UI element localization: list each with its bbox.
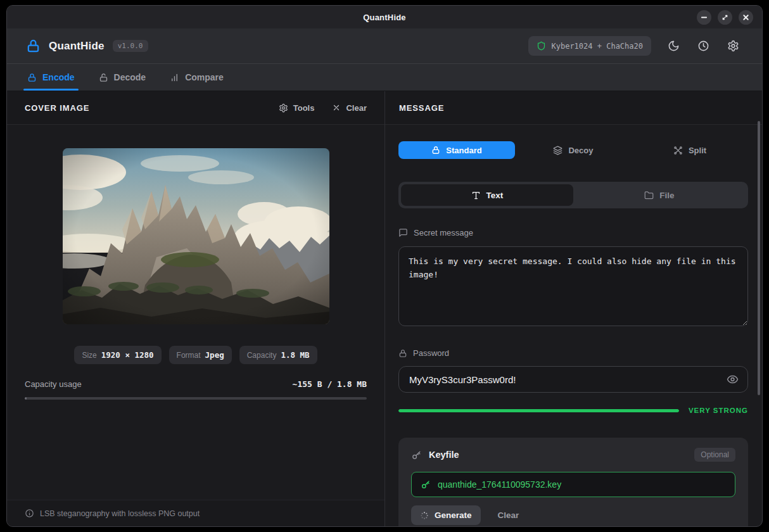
brand: QuantHide v1.0.0 bbox=[26, 39, 148, 53]
version-badge: v1.0.0 bbox=[113, 40, 148, 52]
crypto-scheme-badge[interactable]: Kyber1024 + ChaCha20 bbox=[528, 36, 652, 56]
clear-keyfile-button[interactable]: Clear bbox=[498, 510, 519, 520]
maximize-button[interactable] bbox=[718, 10, 732, 25]
mode-decoy-button[interactable]: Decoy bbox=[515, 141, 632, 159]
lock-icon bbox=[27, 73, 37, 82]
input-type-text-button[interactable]: Text bbox=[401, 184, 573, 206]
password-field-wrap bbox=[398, 366, 748, 393]
unlock-icon bbox=[99, 73, 108, 82]
secret-message-input[interactable] bbox=[398, 246, 748, 326]
cover-panel-header: COVER IMAGE Tools Clear bbox=[7, 91, 385, 125]
scrollbar-thumb[interactable] bbox=[758, 121, 760, 395]
moon-icon bbox=[668, 40, 680, 52]
capacity-badge: Capacity 1.8 MB bbox=[239, 346, 317, 364]
cover-content: Size 1920 × 1280 Format Jpeg Capacity 1.… bbox=[7, 125, 385, 500]
header-actions: Kyber1024 + ChaCha20 bbox=[528, 36, 741, 56]
input-type-text-label: Text bbox=[486, 191, 504, 200]
tab-encode[interactable]: Encode bbox=[27, 64, 75, 91]
message-content: Standard Decoy Split Text bbox=[385, 125, 762, 526]
tabbar: Encode Decode Compare bbox=[7, 64, 762, 91]
capacity-usage-value: ~155 B / 1.8 MB bbox=[293, 379, 367, 389]
password-label-row: Password bbox=[398, 348, 748, 358]
titlebar: QuantHide bbox=[7, 6, 762, 28]
text-icon bbox=[471, 191, 481, 200]
lock-small-icon bbox=[398, 349, 407, 358]
minimize-button[interactable] bbox=[697, 10, 711, 25]
mountain-photo bbox=[63, 148, 329, 324]
info-icon bbox=[25, 509, 34, 518]
tab-decode[interactable]: Decode bbox=[99, 64, 146, 91]
size-badge: Size 1920 × 1280 bbox=[74, 346, 161, 364]
secret-message-label: Secret message bbox=[414, 228, 473, 238]
split-icon bbox=[673, 146, 683, 155]
toggle-password-visibility-button[interactable] bbox=[725, 372, 740, 387]
keyfile-file-chip[interactable]: quanthide_1764110095732.key bbox=[411, 472, 735, 497]
input-type-file-label: File bbox=[659, 191, 674, 200]
maximize-icon bbox=[721, 14, 728, 21]
close-icon bbox=[742, 14, 749, 21]
tab-compare[interactable]: Compare bbox=[170, 64, 224, 91]
history-button[interactable] bbox=[696, 39, 711, 53]
x-icon bbox=[332, 103, 341, 112]
cover-panel-footer: LSB steganography with lossless PNG outp… bbox=[7, 500, 385, 526]
mode-decoy-label: Decoy bbox=[568, 146, 593, 155]
size-value: 1920 × 1280 bbox=[101, 350, 154, 360]
format-label: Format bbox=[177, 351, 201, 360]
password-input[interactable] bbox=[398, 366, 748, 393]
settings-button[interactable] bbox=[726, 39, 740, 53]
keyfile-card: Keyfile Optional quanthide_1764110095732… bbox=[398, 438, 748, 526]
app-window: QuantHide QuantHide v1.0.0 bbox=[6, 5, 763, 527]
message-panel-title: MESSAGE bbox=[399, 103, 444, 113]
mode-selector: Standard Decoy Split bbox=[398, 141, 748, 159]
strength-label: VERY STRONG bbox=[689, 407, 748, 414]
tools-button[interactable]: Tools bbox=[279, 103, 315, 113]
message-panel-header: MESSAGE bbox=[385, 91, 762, 125]
gear-icon bbox=[727, 40, 739, 52]
footer-note: LSB steganography with lossless PNG outp… bbox=[40, 509, 200, 518]
capacity-value: 1.8 MB bbox=[281, 350, 309, 360]
capacity-usage-label: Capacity usage bbox=[25, 379, 82, 389]
keyfile-title: Keyfile bbox=[429, 450, 459, 460]
lock-icon bbox=[431, 146, 440, 155]
size-label: Size bbox=[82, 351, 96, 360]
cover-image-panel: COVER IMAGE Tools Clear bbox=[7, 91, 385, 526]
key-icon bbox=[411, 450, 422, 460]
bar-chart-icon bbox=[170, 73, 179, 82]
cover-image-preview[interactable] bbox=[63, 148, 329, 324]
mode-split-button[interactable]: Split bbox=[632, 141, 748, 159]
window-controls bbox=[697, 6, 753, 28]
crypto-scheme-label: Kyber1024 + ChaCha20 bbox=[552, 42, 644, 51]
app-name: QuantHide bbox=[49, 40, 105, 53]
minimize-icon bbox=[701, 14, 708, 21]
clock-icon bbox=[697, 40, 709, 52]
clear-image-label: Clear bbox=[346, 103, 367, 113]
image-info-badges: Size 1920 × 1280 Format Jpeg Capacity 1.… bbox=[7, 346, 385, 364]
format-value: Jpeg bbox=[205, 350, 224, 360]
tab-decode-label: Decode bbox=[114, 72, 146, 82]
mode-standard-button[interactable]: Standard bbox=[398, 141, 515, 159]
format-badge: Format Jpeg bbox=[169, 346, 232, 364]
close-button[interactable] bbox=[739, 10, 753, 25]
eye-icon bbox=[727, 374, 739, 386]
strength-fill bbox=[398, 409, 679, 412]
generate-keyfile-button[interactable]: Generate bbox=[411, 505, 481, 525]
input-type-file-button[interactable]: File bbox=[573, 184, 746, 206]
tools-label: Tools bbox=[293, 103, 315, 113]
password-label: Password bbox=[413, 348, 449, 358]
capacity-usage-block: Capacity usage ~155 B / 1.8 MB bbox=[25, 379, 367, 400]
capacity-label: Capacity bbox=[247, 351, 277, 360]
password-strength-row: VERY STRONG bbox=[398, 407, 748, 414]
clear-image-button[interactable]: Clear bbox=[332, 103, 367, 113]
message-square-icon bbox=[398, 228, 408, 238]
tab-compare-label: Compare bbox=[185, 72, 224, 82]
cover-panel-actions: Tools Clear bbox=[279, 103, 367, 113]
mode-split-label: Split bbox=[689, 146, 706, 155]
folder-icon bbox=[644, 191, 654, 200]
theme-toggle-button[interactable] bbox=[666, 39, 681, 53]
mode-standard-label: Standard bbox=[446, 146, 481, 155]
tab-encode-label: Encode bbox=[42, 72, 75, 82]
window-title: QuantHide bbox=[363, 13, 406, 22]
optional-badge: Optional bbox=[694, 448, 735, 462]
capacity-fill bbox=[25, 397, 27, 400]
gear-icon bbox=[279, 103, 288, 113]
